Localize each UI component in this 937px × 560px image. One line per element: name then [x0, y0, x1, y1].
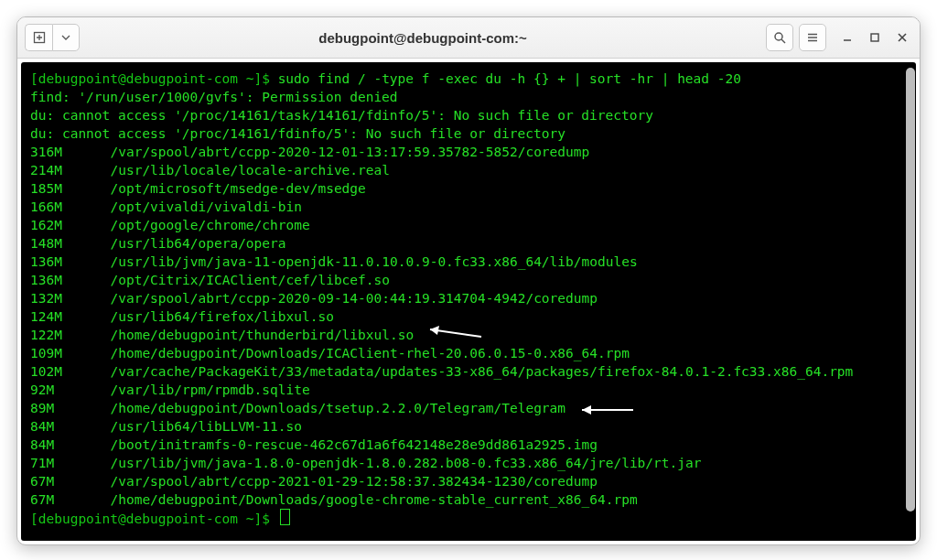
error-line: du: cannot access '/proc/14161/fdinfo/5'…	[30, 124, 907, 143]
close-icon	[897, 32, 908, 43]
window-title: debugpoint@debugpoint-com:~	[85, 30, 760, 46]
cursor	[280, 509, 290, 525]
file-path: /var/cache/PackageKit/33/metadata/update…	[94, 364, 853, 379]
output-row: 89M /home/debugpoint/Downloads/tsetup.2.…	[30, 399, 907, 417]
output-row: 136M /usr/lib/jvm/java-11-openjdk-11.0.1…	[30, 253, 907, 271]
output-row: 136M /opt/Citrix/ICAClient/cef/libcef.so	[30, 271, 907, 289]
minimize-button[interactable]	[837, 27, 857, 48]
file-path: /opt/Citrix/ICAClient/cef/libcef.so	[94, 273, 390, 287]
new-tab-group	[25, 24, 80, 51]
file-size: 84M	[30, 417, 94, 436]
file-size: 84M	[30, 436, 94, 454]
scrollbar-thumb[interactable]	[906, 68, 915, 512]
file-path: /opt/vivaldi/vivaldi-bin	[94, 199, 302, 214]
prompt-userhost: debugpoint@debugpoint-com ~	[38, 71, 254, 86]
file-path: /opt/microsoft/msedge-dev/msedge	[94, 181, 366, 196]
file-path: /opt/google/chrome/chrome	[94, 218, 310, 232]
svg-rect-9	[871, 34, 878, 41]
file-path: /usr/lib/jvm/java-11-openjdk-11.0.10.0.9…	[94, 254, 638, 269]
file-path: /var/spool/abrt/ccpp-2020-12-01-13:17:59…	[94, 145, 589, 159]
output-row: 166M /opt/vivaldi/vivaldi-bin	[30, 198, 907, 216]
hamburger-icon	[806, 31, 819, 44]
file-path: /var/spool/abrt/ccpp-2021-01-29-12:58:37…	[94, 474, 598, 489]
window-controls	[832, 27, 912, 48]
file-size: 148M	[30, 234, 94, 253]
file-size: 316M	[30, 143, 94, 161]
file-path: /home/debugpoint/thunderbird/libxul.so	[94, 328, 414, 342]
output-rows: 316M /var/spool/abrt/ccpp-2020-12-01-13:…	[30, 143, 907, 509]
error-line: find: '/run/user/1000/gvfs': Permission …	[30, 88, 907, 106]
scrollbar[interactable]	[906, 68, 915, 535]
file-size: 136M	[30, 271, 94, 289]
file-size: 71M	[30, 454, 94, 472]
file-path: /usr/lib64/libLLVM-11.so	[94, 419, 302, 434]
file-path: /usr/lib64/firefox/libxul.so	[94, 309, 334, 324]
file-size: 162M	[30, 216, 94, 234]
new-tab-menu-button[interactable]	[52, 24, 80, 51]
close-button[interactable]	[892, 27, 912, 48]
new-tab-icon	[33, 31, 46, 44]
prompt-line-2: [debugpoint@debugpoint-com ~]$	[30, 509, 907, 528]
error-lines: find: '/run/user/1000/gvfs': Permission …	[30, 88, 907, 143]
hamburger-menu-button[interactable]	[799, 24, 826, 51]
file-path: /home/debugpoint/Downloads/google-chrome…	[94, 492, 638, 507]
prompt-close: ]$	[253, 71, 277, 86]
output-row: 102M /var/cache/PackageKit/33/metadata/u…	[30, 362, 907, 381]
file-size: 92M	[30, 381, 94, 399]
output-row: 122M /home/debugpoint/thunderbird/libxul…	[30, 326, 907, 344]
file-path: /home/debugpoint/Downloads/tsetup.2.2.0/…	[94, 401, 565, 415]
output-row: 67M /var/spool/abrt/ccpp-2021-01-29-12:5…	[30, 472, 907, 490]
file-size: 67M	[30, 472, 94, 490]
file-size: 132M	[30, 289, 94, 307]
file-path: /usr/lib/jvm/java-1.8.0-openjdk-1.8.0.28…	[94, 456, 701, 470]
search-icon	[773, 31, 786, 44]
file-size: 185M	[30, 179, 94, 198]
file-size: 102M	[30, 362, 94, 381]
file-path: /usr/lib/locale/locale-archive.real	[94, 163, 390, 178]
output-row: 109M /home/debugpoint/Downloads/ICAClien…	[30, 344, 907, 362]
maximize-button[interactable]	[865, 27, 885, 48]
file-size: 67M	[30, 490, 94, 509]
chevron-down-icon	[61, 33, 70, 42]
minimize-icon	[842, 32, 853, 43]
output-row: 84M /boot/initramfs-0-rescue-462c67d1a6f…	[30, 436, 907, 454]
terminal-area[interactable]: [debugpoint@debugpoint-com ~]$ sudo find…	[21, 62, 916, 541]
prompt-line-1: [debugpoint@debugpoint-com ~]$ sudo find…	[30, 70, 907, 88]
command-text: sudo find / -type f -exec du -h {} + | s…	[278, 71, 741, 86]
file-path: /home/debugpoint/Downloads/ICAClient-rhe…	[94, 346, 630, 361]
maximize-icon	[869, 32, 880, 43]
file-size: 122M	[30, 326, 94, 344]
output-row: 124M /usr/lib64/firefox/libxul.so	[30, 307, 907, 326]
output-row: 67M /home/debugpoint/Downloads/google-ch…	[30, 490, 907, 509]
titlebar: debugpoint@debugpoint-com:~	[17, 17, 920, 59]
file-size: 214M	[30, 161, 94, 179]
error-line: du: cannot access '/proc/14161/task/1416…	[30, 106, 907, 124]
output-row: 148M /usr/lib64/opera/opera	[30, 234, 907, 253]
file-size: 89M	[30, 399, 94, 417]
file-size: 109M	[30, 344, 94, 362]
file-size: 124M	[30, 307, 94, 326]
search-button[interactable]	[766, 24, 793, 51]
file-path: /boot/initramfs-0-rescue-462c67d1a6f6421…	[94, 437, 598, 452]
file-size: 136M	[30, 253, 94, 271]
svg-line-4	[781, 39, 785, 43]
output-row: 132M /var/spool/abrt/ccpp-2020-09-14-00:…	[30, 289, 907, 307]
svg-point-3	[775, 33, 782, 40]
terminal-window: debugpoint@debugpoint-com:~	[16, 16, 921, 545]
output-row: 162M /opt/google/chrome/chrome	[30, 216, 907, 234]
new-tab-button[interactable]	[25, 24, 52, 51]
file-path: /var/lib/rpm/rpmdb.sqlite	[94, 382, 310, 397]
output-row: 185M /opt/microsoft/msedge-dev/msedge	[30, 179, 907, 198]
output-row: 84M /usr/lib64/libLLVM-11.so	[30, 417, 907, 436]
output-row: 214M /usr/lib/locale/locale-archive.real	[30, 161, 907, 179]
file-path: /usr/lib64/opera/opera	[94, 236, 286, 251]
file-size: 166M	[30, 198, 94, 216]
prompt-open: [	[30, 71, 38, 86]
output-row: 71M /usr/lib/jvm/java-1.8.0-openjdk-1.8.…	[30, 454, 907, 472]
file-path: /var/spool/abrt/ccpp-2020-09-14-00:44:19…	[94, 291, 598, 306]
output-row: 316M /var/spool/abrt/ccpp-2020-12-01-13:…	[30, 143, 907, 161]
output-row: 92M /var/lib/rpm/rpmdb.sqlite	[30, 381, 907, 399]
